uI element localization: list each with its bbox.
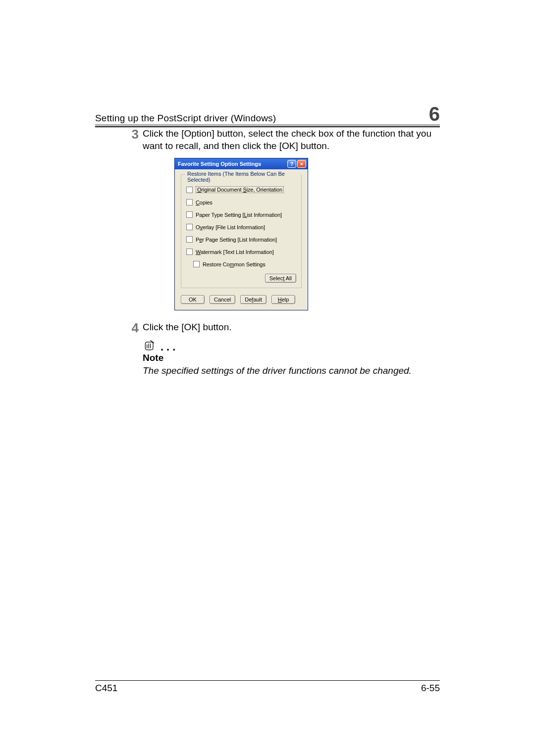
checkbox-row-watermark[interactable]: Watermark [Text List Information] <box>186 249 296 255</box>
dialog-titlebar: Favorite Setting Option Settings ? × <box>175 158 308 169</box>
default-button[interactable]: Default <box>240 295 267 304</box>
checkbox-row-paper-type[interactable]: Paper Type Setting [List Information] <box>186 211 296 218</box>
step-4-number: 4 <box>124 320 139 336</box>
dialog-title: Favorite Setting Option Settings <box>178 161 286 167</box>
note-icon-row: ... <box>143 339 440 352</box>
cancel-button[interactable]: Cancel <box>210 295 235 304</box>
checkbox-overlay[interactable] <box>186 224 193 230</box>
step-4: 4 Click the [OK] button. <box>143 321 440 334</box>
checkbox-row-common[interactable]: Restore Common Settings <box>193 261 296 267</box>
checkbox-label-watermark: Watermark [Text List Information] <box>196 249 274 255</box>
checkbox-row-overlay[interactable]: Overlay [File List Information] <box>186 224 296 230</box>
note-text: The specified settings of the driver fun… <box>143 365 440 376</box>
checkbox-label-overlay: Overlay [File List Information] <box>196 224 265 230</box>
footer-page-number: 6-55 <box>421 683 440 694</box>
page-header-title: Setting up the PostScript driver (Window… <box>95 113 276 124</box>
close-titlebar-button[interactable]: × <box>297 160 306 168</box>
checkbox-label-common: Restore Common Settings <box>203 261 266 267</box>
ok-button[interactable]: OK <box>181 295 205 304</box>
favorite-setting-dialog: Favorite Setting Option Settings ? × Res… <box>174 158 308 310</box>
note-dots-icon: ... <box>160 341 178 353</box>
checkbox-label-per-page: Per Page Setting [List Information] <box>196 237 277 243</box>
help-titlebar-button[interactable]: ? <box>287 160 296 168</box>
checkbox-per-page[interactable] <box>186 236 193 243</box>
step-3-text: Click the [Option] button, select the ch… <box>143 128 440 152</box>
checkbox-label-copies: Copies <box>196 200 213 205</box>
checkbox-row-original[interactable]: Original Document Size, Orientation <box>186 186 296 193</box>
step-3-number: 3 <box>124 127 139 142</box>
step-4-text: Click the [OK] button. <box>143 321 440 334</box>
footer-rule <box>95 680 440 681</box>
checkbox-label-original: Original Document Size, Orientation <box>196 186 284 193</box>
step-3: 3 Click the [Option] button, select the … <box>143 128 440 152</box>
footer-model: C451 <box>95 683 117 694</box>
select-all-button[interactable]: Select All <box>265 274 296 283</box>
checkbox-paper-type[interactable] <box>186 211 193 218</box>
note-hand-icon <box>143 339 157 352</box>
chapter-number: 6 <box>429 104 440 124</box>
header-rule-1 <box>95 125 440 125</box>
checkbox-common[interactable] <box>193 261 200 267</box>
help-button[interactable]: Help <box>271 295 295 304</box>
checkbox-row-per-page[interactable]: Per Page Setting [List Information] <box>186 236 296 243</box>
checkbox-copies[interactable] <box>186 199 193 205</box>
checkbox-watermark[interactable] <box>186 249 193 255</box>
checkbox-label-paper-type: Paper Type Setting [List Information] <box>196 212 282 218</box>
checkbox-row-copies[interactable]: Copies <box>186 199 296 205</box>
restore-items-groupbox: Restore Items (The Items Below Can Be Se… <box>181 174 302 288</box>
note-label: Note <box>143 353 440 363</box>
groupbox-legend: Restore Items (The Items Below Can Be Se… <box>185 171 301 183</box>
header-rule-2 <box>95 126 440 127</box>
checkbox-original[interactable] <box>186 187 193 193</box>
